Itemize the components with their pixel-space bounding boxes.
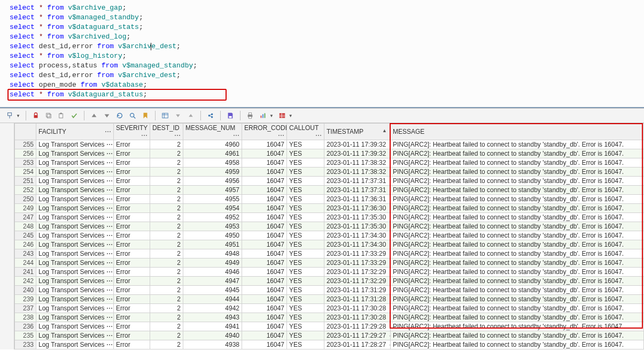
col-timestamp[interactable]: TIMESTAMP▲ xyxy=(324,124,391,140)
table-row[interactable]: 238Log Transport Services ⋯Error24943160… xyxy=(15,313,644,322)
col-facility[interactable]: FACILITY⋯ xyxy=(36,124,114,140)
col-message_num[interactable]: MESSAGE_NUM⋯ xyxy=(183,124,242,140)
cell-message: PING[ARC2]: Heartbeat failed to connect … xyxy=(391,240,644,249)
cell-callout: YES xyxy=(287,268,324,277)
ellipsis-icon[interactable]: ⋯ xyxy=(141,132,148,139)
ellipsis-icon[interactable]: ⋯ xyxy=(174,132,181,139)
dropdown-icon[interactable]: ▼ xyxy=(269,113,274,118)
table-row[interactable]: 248Log Transport Services ⋯Error24953160… xyxy=(15,222,644,231)
cell-timestamp: 2023-01-11 17:28:27 ▾ xyxy=(324,340,391,349)
row-number: 255 xyxy=(15,140,36,149)
format-icon[interactable] xyxy=(206,111,215,120)
find-icon[interactable] xyxy=(128,111,137,120)
cell-severity: Error xyxy=(114,258,150,268)
cell-callout: YES xyxy=(287,177,324,186)
cell-facility: Log Transport Services ⋯ xyxy=(36,204,114,213)
table-row[interactable]: 243Log Transport Services ⋯Error24948160… xyxy=(15,249,644,258)
table-row[interactable]: 240Log Transport Services ⋯Error24945160… xyxy=(15,286,644,295)
table-view-icon[interactable] xyxy=(278,111,286,120)
table-row[interactable]: 236Log Transport Services ⋯Error24941160… xyxy=(15,322,644,331)
row-number: 235 xyxy=(15,331,36,340)
table-row[interactable]: 255Log Transport Services ⋯Error24960160… xyxy=(15,140,644,149)
ellipsis-icon[interactable]: ⋯ xyxy=(233,132,239,139)
row-number: 249 xyxy=(15,204,36,213)
col-callout[interactable]: CALLOUT⋯ xyxy=(287,124,324,140)
cell-message-num: 4938 xyxy=(183,340,242,349)
col-severity[interactable]: SEVERITY⋯ xyxy=(114,124,150,140)
filter-up-icon[interactable] xyxy=(187,111,195,120)
cell-timestamp: 2023-01-11 17:38:32 ▾ xyxy=(324,168,391,177)
ellipsis-icon[interactable]: ⋯ xyxy=(105,128,111,135)
export-icon[interactable] xyxy=(161,111,169,120)
commit-icon[interactable] xyxy=(70,111,79,120)
col-label: MESSAGE xyxy=(393,128,424,135)
cell-message: PING[ARC2]: Heartbeat failed to connect … xyxy=(391,158,644,168)
col-error_code[interactable]: ERROR_CODE⋯ xyxy=(242,124,287,140)
results-grid[interactable]: FACILITY⋯SEVERITY⋯DEST_ID⋯MESSAGE_NUM⋯ER… xyxy=(14,123,644,349)
col-dest_id[interactable]: DEST_ID⋯ xyxy=(150,124,183,140)
cell-message: PING[ARC2]: Heartbeat failed to connect … xyxy=(391,295,644,304)
svg-rect-4 xyxy=(47,114,51,118)
print-icon[interactable] xyxy=(246,111,254,120)
cell-facility: Log Transport Services ⋯ xyxy=(36,213,114,222)
table-row[interactable]: 253Log Transport Services ⋯Error24958160… xyxy=(15,158,644,168)
table-row[interactable]: 235Log Transport Services ⋯Error24940160… xyxy=(15,331,644,340)
table-row[interactable]: 249Log Transport Services ⋯Error24954160… xyxy=(15,204,644,213)
cell-dest-id: 2 xyxy=(150,258,183,268)
table-row[interactable]: 237Log Transport Services ⋯Error24942160… xyxy=(15,304,644,313)
sort-desc-icon[interactable] xyxy=(103,111,111,120)
cell-dest-id: 2 xyxy=(150,195,183,204)
row-number: 251 xyxy=(15,177,36,186)
sql-editor[interactable]: select * from v$archive_gap;select * fro… xyxy=(0,0,644,107)
cell-facility: Log Transport Services ⋯ xyxy=(36,240,114,249)
filter-down-icon[interactable] xyxy=(174,111,182,120)
table-row[interactable]: 239Log Transport Services ⋯Error24944160… xyxy=(15,295,644,304)
table-row[interactable]: 251Log Transport Services ⋯Error24956160… xyxy=(15,177,644,186)
cell-facility: Log Transport Services ⋯ xyxy=(36,149,114,158)
refresh-icon[interactable] xyxy=(115,111,124,120)
cell-error-code: 16047 xyxy=(242,158,287,168)
dropdown-icon[interactable]: ▼ xyxy=(16,113,20,118)
ellipsis-icon[interactable]: ⋯ xyxy=(278,132,284,139)
bookmark-icon[interactable] xyxy=(141,111,150,120)
row-number: 243 xyxy=(15,249,36,258)
table-row[interactable]: 233Log Transport Services ⋯Error24938160… xyxy=(15,340,644,349)
sort-asc-icon[interactable] xyxy=(90,111,98,120)
cell-dest-id: 2 xyxy=(150,295,183,304)
lock-icon[interactable] xyxy=(32,111,40,120)
pin-icon[interactable] xyxy=(5,111,14,120)
table-row[interactable]: 250Log Transport Services ⋯Error24955160… xyxy=(15,195,644,204)
row-number: 237 xyxy=(15,304,36,313)
ellipsis-icon[interactable]: ⋯ xyxy=(315,132,322,139)
cell-error-code: 16047 xyxy=(242,231,287,240)
cell-facility: Log Transport Services ⋯ xyxy=(36,331,114,340)
cell-severity: Error xyxy=(114,177,150,186)
col-rownum[interactable] xyxy=(15,124,36,140)
cell-message-num: 4940 xyxy=(183,331,242,340)
table-row[interactable]: 247Log Transport Services ⋯Error24952160… xyxy=(15,213,644,222)
cell-severity: Error xyxy=(114,286,150,295)
paste-row-icon[interactable] xyxy=(57,111,66,120)
table-row[interactable]: 245Log Transport Services ⋯Error24950160… xyxy=(15,231,644,240)
table-row[interactable]: 246Log Transport Services ⋯Error24951160… xyxy=(15,240,644,249)
cell-error-code: 16047 xyxy=(242,168,287,177)
row-number: 246 xyxy=(15,240,36,249)
table-row[interactable]: 254Log Transport Services ⋯Error24959160… xyxy=(15,168,644,177)
chart-icon[interactable] xyxy=(259,111,267,120)
results-toolbar: ▼ ▼ ▼ xyxy=(0,108,644,123)
table-row[interactable]: 242Log Transport Services ⋯Error24947160… xyxy=(15,277,644,286)
cell-message: PING[ARC2]: Heartbeat failed to connect … xyxy=(391,258,644,268)
table-row[interactable]: 244Log Transport Services ⋯Error24949160… xyxy=(15,258,644,268)
table-row[interactable]: 241Log Transport Services ⋯Error24946160… xyxy=(15,268,644,277)
dropdown-icon[interactable]: ▼ xyxy=(289,113,293,118)
grid-header-row[interactable]: FACILITY⋯SEVERITY⋯DEST_ID⋯MESSAGE_NUM⋯ER… xyxy=(15,124,644,140)
copy-row-icon[interactable] xyxy=(44,111,53,120)
cell-error-code: 16047 xyxy=(242,277,287,286)
table-row[interactable]: 252Log Transport Services ⋯Error24957160… xyxy=(15,186,644,195)
table-row[interactable]: 256Log Transport Services ⋯Error24961160… xyxy=(15,149,644,158)
cell-severity: Error xyxy=(114,149,150,158)
cell-message-num: 4947 xyxy=(183,277,242,286)
cell-facility: Log Transport Services ⋯ xyxy=(36,268,114,277)
save-icon[interactable] xyxy=(226,111,235,120)
col-message[interactable]: MESSAGE xyxy=(391,124,644,140)
